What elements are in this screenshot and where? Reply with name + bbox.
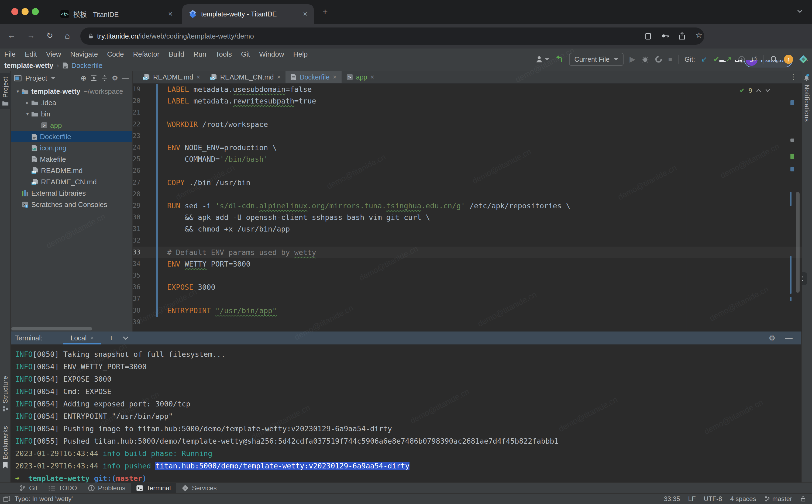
stripe-mark-ok[interactable] — [790, 154, 794, 159]
code-line[interactable]: 22WORKDIR /root/workspace — [133, 119, 802, 130]
code-line[interactable]: 24ENV NODE_ENV=production \ — [133, 142, 802, 153]
tree-item-bin[interactable]: ▾bin — [11, 108, 132, 120]
menu-item-run[interactable]: Run — [194, 50, 207, 58]
menu-item-file[interactable]: File — [4, 50, 16, 58]
tree-item-dockerfile[interactable]: Dockerfile — [11, 131, 132, 142]
tool-button-bookmarks[interactable]: Bookmarks — [0, 426, 11, 468]
profile-menu-button[interactable] — [535, 55, 549, 63]
code-line[interactable]: 39 — [133, 316, 802, 328]
locate-file-icon[interactable]: ⊕ — [81, 75, 87, 82]
code-line[interactable]: 32 — [133, 235, 802, 246]
new-tab-button[interactable]: + — [322, 6, 328, 17]
tool-window-button-todo[interactable]: TODO — [43, 483, 82, 493]
code-editor[interactable]: 19LABEL metadata.usesubdomain=false20LAB… — [133, 84, 802, 332]
tool-button-notifications[interactable]: Notifications — [801, 74, 812, 122]
bookmark-star-icon[interactable]: ☆ — [696, 31, 702, 40]
tool-window-button-terminal[interactable]: Terminal — [131, 483, 176, 493]
tree-item-makefile[interactable]: Makefile — [11, 154, 132, 165]
tree-chevron-icon[interactable]: ▾ — [24, 111, 31, 117]
code-line[interactable]: 31 && chmod +x /usr/bin/app — [133, 223, 802, 235]
code-line[interactable]: 20LABEL metadata.rewritesubpath=true — [133, 95, 802, 107]
tab-close-icon[interactable]: × — [333, 73, 336, 81]
terminal-hide-icon[interactable]: — — [785, 334, 793, 342]
breadcrumb-file[interactable]: Dockerfile — [71, 61, 103, 70]
stop-button[interactable]: ■ — [668, 56, 672, 63]
status-caret-position[interactable]: 33:35 — [664, 495, 680, 503]
new-terminal-session-button[interactable]: + — [109, 333, 114, 343]
debug-button[interactable] — [641, 56, 649, 63]
git-push-icon[interactable]: ↗ — [725, 56, 732, 63]
code-line[interactable]: 37 — [133, 293, 802, 305]
tool-button-project[interactable]: Project — [0, 73, 11, 109]
tree-item-icon-png[interactable]: icon.png — [11, 142, 132, 154]
tool-window-button-problems[interactable]: Problems — [82, 483, 131, 493]
status-file-encoding[interactable]: UTF-8 — [704, 495, 722, 503]
breadcrumb-project[interactable]: template-wetty — [4, 61, 53, 70]
tab-close-icon[interactable]: × — [197, 73, 200, 81]
menu-item-help[interactable]: Help — [293, 50, 308, 58]
editor-tab-readme-md[interactable]: MDREADME.md× — [138, 71, 205, 83]
next-problem-icon[interactable] — [765, 88, 770, 93]
menu-item-window[interactable]: Window — [259, 50, 284, 58]
search-everywhere-icon[interactable] — [770, 55, 778, 63]
git-update-icon[interactable]: ↙ — [701, 56, 707, 63]
collapse-all-icon[interactable] — [101, 75, 108, 82]
status-indent-style[interactable]: 4 spaces — [730, 495, 756, 503]
status-git-branch[interactable]: master — [764, 495, 792, 503]
editor-tabs-kebab-icon[interactable]: ⋮ — [790, 73, 797, 81]
menu-item-refactor[interactable]: Refactor — [133, 50, 159, 58]
reload-icon[interactable]: ↻ — [46, 31, 53, 40]
menu-item-tools[interactable]: Tools — [215, 50, 232, 58]
tab-close-icon[interactable]: × — [168, 10, 173, 18]
address-bar[interactable]: try.titanide.cn/ide/web/coding/template-… — [80, 27, 704, 45]
browser-tab-active[interactable]: template-wetty - TitanIDE × — [182, 4, 314, 24]
tree-item-readme-md[interactable]: MDREADME.md — [11, 165, 132, 176]
tree-chevron-icon[interactable]: ▸ — [24, 100, 31, 106]
code-line[interactable]: 23 — [133, 130, 802, 142]
tool-window-button-git[interactable]: Git — [14, 483, 43, 493]
menu-item-code[interactable]: Code — [107, 50, 124, 58]
home-icon[interactable]: ⌂ — [65, 31, 70, 41]
menu-item-navigate[interactable]: Navigate — [70, 50, 98, 58]
terminal-tab-local[interactable]: Local × — [63, 332, 101, 344]
status-message[interactable]: Typo: In word 'wetty' — [15, 495, 73, 503]
run-with-coverage-button[interactable] — [655, 56, 662, 63]
code-line[interactable]: 29RUN sed -i 's/dl-cdn.alpinelinux.org/m… — [133, 200, 802, 212]
code-line[interactable]: 33# Default ENV params used by wetty — [133, 247, 802, 258]
tree-item-external-libraries[interactable]: External Libraries — [11, 188, 132, 199]
code-line[interactable]: 26 — [133, 165, 802, 177]
code-line[interactable]: 19LABEL metadata.usesubdomain=false — [133, 84, 802, 95]
code-line[interactable]: 34ENV WETTY_PORT=3000 — [133, 258, 802, 270]
window-close-button[interactable] — [11, 8, 18, 15]
horizontal-scrollbar[interactable] — [11, 327, 92, 330]
password-key-icon[interactable] — [661, 32, 669, 40]
stripe-mark-change[interactable] — [790, 256, 792, 294]
editor-tab-dockerfile[interactable]: Dockerfile× — [285, 71, 341, 83]
stripe-mark-change[interactable] — [790, 297, 792, 301]
stripe-mark-change[interactable] — [790, 192, 792, 206]
code-line[interactable]: 21 — [133, 107, 802, 118]
stripe-mark[interactable] — [790, 139, 794, 142]
tree-item-scratches-and-consoles[interactable]: Scratches and Consoles — [11, 199, 132, 210]
rollback-icon[interactable]: ↺ — [751, 56, 758, 63]
project-panel-title[interactable]: Project — [25, 74, 47, 82]
run-configuration-select[interactable]: Current File — [569, 53, 624, 66]
menu-item-view[interactable]: View — [46, 50, 61, 58]
code-line[interactable]: 25 COMMAND='/bin/bash' — [133, 153, 802, 165]
ide-gradient-logo-icon[interactable] — [799, 55, 808, 64]
menu-item-build[interactable]: Build — [169, 50, 184, 58]
terminal-output[interactable]: INFO[0050] Taking snapshot of full files… — [11, 344, 801, 485]
editor-scrollbar-thumb[interactable] — [796, 192, 800, 293]
git-commit-check-icon[interactable]: ✔ — [713, 56, 720, 63]
back-icon[interactable]: ← — [8, 31, 16, 40]
share-icon[interactable] — [678, 32, 686, 40]
tab-close-icon[interactable]: × — [90, 334, 94, 341]
terminal-settings-gear-icon[interactable]: ⚙ — [769, 334, 775, 343]
tab-close-icon[interactable]: × — [303, 10, 307, 18]
tree-item-template-wetty[interactable]: ▾template-wetty~/workspace — [11, 86, 132, 97]
build-project-button[interactable] — [555, 55, 563, 63]
code-line[interactable]: 35 — [133, 270, 802, 281]
window-minimize-button[interactable] — [22, 8, 29, 15]
inspections-widget[interactable]: ✔ 9 — [739, 87, 770, 94]
code-line[interactable]: 28 — [133, 188, 802, 200]
